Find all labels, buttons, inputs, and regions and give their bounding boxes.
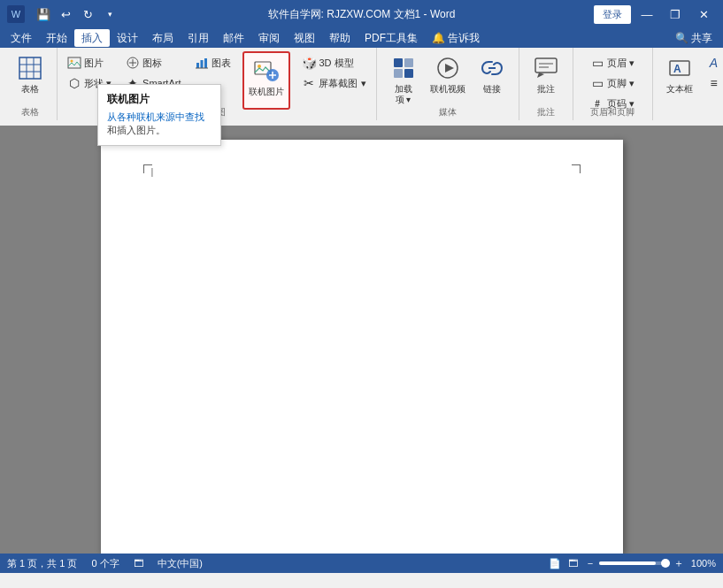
menu-file[interactable]: 文件 xyxy=(4,29,39,47)
icons-icon xyxy=(126,56,140,70)
menu-design[interactable]: 设计 xyxy=(110,29,145,47)
close-button[interactable]: ✕ xyxy=(691,2,716,27)
picture-icon xyxy=(67,56,81,70)
table-icon xyxy=(16,54,44,82)
redo-button[interactable]: ↻ xyxy=(78,4,97,24)
screenshot-button[interactable]: ✂ 屏幕截图 ▾ xyxy=(297,73,370,93)
shapes-icon: ⬡ xyxy=(67,76,81,90)
menu-references[interactable]: 引用 xyxy=(181,29,216,47)
svg-rect-21 xyxy=(394,69,403,78)
header-label: 页眉 ▾ xyxy=(607,57,635,70)
menu-tell-me[interactable]: 🔔 告诉我 xyxy=(425,29,487,47)
svg-marker-24 xyxy=(445,64,454,73)
titlebar: W 💾 ↩ ↻ ▾ 软件自学网: RJZXW.COM 文档1 - Word 登录… xyxy=(0,0,723,28)
addins-label: 加载项 ▾ xyxy=(395,84,412,105)
customize-qa-button[interactable]: ▾ xyxy=(100,4,119,24)
corner-mark-tr xyxy=(572,164,581,173)
svg-rect-20 xyxy=(404,58,413,67)
svg-rect-26 xyxy=(535,58,557,73)
menubar: 文件 开始 插入 设计 布局 引用 邮件 审阅 视图 帮助 PDF工具集 🔔 告… xyxy=(0,28,723,48)
link-label: 链接 xyxy=(483,84,501,95)
icons-button[interactable]: 图标 xyxy=(121,53,185,73)
login-button[interactable]: 登录 xyxy=(594,5,631,24)
wordart-button[interactable]: A 艺术字 ▾ xyxy=(703,53,723,73)
comment-button[interactable]: 批注 xyxy=(525,50,567,108)
statusbar: 第 1 页，共 1 页 0 个字 🗔 中文(中国) 📄 🗔 － ＋ 100% xyxy=(0,554,723,573)
menu-home[interactable]: 开始 xyxy=(39,29,74,47)
chart-button[interactable]: 图表 xyxy=(190,53,235,73)
titlebar-right: 登录 — ❐ ✕ xyxy=(594,2,716,27)
svg-marker-29 xyxy=(537,73,544,78)
window-title: 软件自学网: RJZXW.COM 文档1 - Word xyxy=(268,7,456,22)
textbox-button[interactable]: A 文本框 xyxy=(658,50,701,108)
tooltip-link: 从各种联机来源中查找 xyxy=(107,111,204,122)
menu-mail[interactable]: 邮件 xyxy=(216,29,251,47)
save-button[interactable]: 💾 xyxy=(34,4,53,24)
svg-rect-12 xyxy=(204,58,207,68)
language-icon: 🗔 xyxy=(134,558,143,569)
online-video-icon xyxy=(434,54,462,82)
minimize-button[interactable]: — xyxy=(635,2,659,27)
group-label-table: 表格 xyxy=(4,106,57,118)
language: 中文(中国) xyxy=(158,557,203,570)
tooltip-desc: 从各种联机来源中查找 和插入图片。 xyxy=(107,111,212,138)
ribbon-group-text: A 文本框 A 艺术字 ▾ ≡ 首字下沉 ▾ xyxy=(653,48,723,120)
online-video-label: 联机视频 xyxy=(430,84,465,95)
dropcap-button[interactable]: ≡ 首字下沉 ▾ xyxy=(703,73,723,93)
zoom-track xyxy=(599,561,670,565)
online-picture-button[interactable]: 联机图片 xyxy=(242,51,290,110)
ribbon-group-media: 加载项 ▾ 联机视频 xyxy=(377,48,519,120)
undo-button[interactable]: ↩ xyxy=(56,4,75,24)
textbox-label: 文本框 xyxy=(666,84,693,95)
svg-rect-10 xyxy=(196,63,199,68)
zoom-level: 100% xyxy=(691,558,716,569)
menu-share[interactable]: 🔍 共享 xyxy=(668,29,719,47)
svg-rect-5 xyxy=(68,57,81,68)
page-info: 第 1 页，共 1 页 xyxy=(7,557,77,570)
svg-rect-0 xyxy=(19,57,41,79)
zoom-thumb[interactable] xyxy=(661,559,670,568)
footer-icon: ▭ xyxy=(590,76,604,90)
group-label-comment: 批注 xyxy=(519,106,573,118)
header-icon: ▭ xyxy=(590,56,604,70)
addins-button[interactable]: 加载项 ▾ xyxy=(382,50,425,108)
menu-review[interactable]: 审阅 xyxy=(251,29,287,47)
online-picture-label: 联机图片 xyxy=(249,87,284,97)
3d-model-icon: 🎲 xyxy=(302,56,316,70)
icons-label: 图标 xyxy=(142,57,162,70)
dropcap-icon: ≡ xyxy=(707,76,721,90)
footer-button[interactable]: ▭ 页脚 ▾ xyxy=(586,73,639,93)
word-count: 0 个字 xyxy=(91,557,119,570)
menu-layout[interactable]: 布局 xyxy=(145,29,181,47)
zoom-slider[interactable]: － ＋ xyxy=(585,556,684,571)
ribbon-group-table: 表格 表格 xyxy=(4,48,58,120)
zoom-out-icon[interactable]: － xyxy=(585,556,596,571)
link-button[interactable]: 链接 xyxy=(471,50,513,108)
menu-insert[interactable]: 插入 xyxy=(74,29,110,47)
document-area: | xyxy=(0,126,723,554)
menu-view[interactable]: 视图 xyxy=(287,29,322,47)
ribbon-group-comment: 批注 批注 xyxy=(519,48,573,120)
maximize-button[interactable]: ❐ xyxy=(663,2,688,27)
table-button[interactable]: 表格 xyxy=(9,50,51,108)
3d-model-label: 3D 模型 xyxy=(319,57,353,70)
wordart-icon: A xyxy=(707,56,721,70)
layout-normal-icon[interactable]: 📄 xyxy=(549,558,561,569)
zoom-in-icon[interactable]: ＋ xyxy=(673,556,684,571)
document-page[interactable]: | xyxy=(101,140,623,554)
comment-label: 批注 xyxy=(537,84,555,95)
picture-button[interactable]: 图片 xyxy=(63,53,116,73)
link-icon xyxy=(478,54,506,82)
online-video-button[interactable]: 联机视频 xyxy=(427,50,469,108)
tooltip-title: 联机图片 xyxy=(107,92,212,107)
header-button[interactable]: ▭ 页眉 ▾ xyxy=(586,53,639,73)
menu-help[interactable]: 帮助 xyxy=(322,29,358,47)
quick-access-toolbar: 💾 ↩ ↻ ▾ xyxy=(34,4,119,24)
addins-icon xyxy=(389,54,418,82)
layout-web-icon[interactable]: 🗔 xyxy=(568,558,578,569)
svg-rect-11 xyxy=(201,60,204,68)
3d-model-button[interactable]: 🎲 3D 模型 xyxy=(297,53,370,73)
menu-pdf[interactable]: PDF工具集 xyxy=(358,29,425,47)
group-label-header-footer: 页眉和页脚 xyxy=(573,106,652,118)
svg-point-6 xyxy=(71,60,73,63)
